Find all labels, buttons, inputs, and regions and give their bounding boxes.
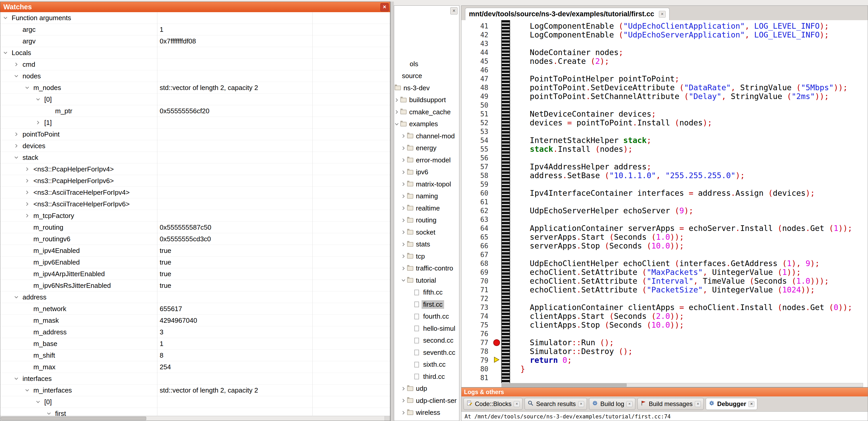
gutter-margin[interactable] xyxy=(492,259,501,268)
gutter-margin[interactable] xyxy=(492,74,501,83)
code-line[interactable]: 42 LogComponentEnable ("UdpEchoServerApp… xyxy=(461,31,868,39)
collapse-icon[interactable] xyxy=(14,73,23,78)
expand-icon[interactable] xyxy=(401,254,407,259)
code-line[interactable]: 70 echoClient.SetAttribute ("Interval", … xyxy=(461,277,868,286)
code-line[interactable]: 51 NetDeviceContainer devices; xyxy=(461,110,868,119)
watches-scrollbar-thumb[interactable] xyxy=(1,417,146,420)
tab-close-icon[interactable]: × xyxy=(578,401,584,407)
tree-item[interactable]: traffic-contro xyxy=(394,262,459,274)
tab-close-icon[interactable]: × xyxy=(748,401,754,407)
gutter-margin[interactable] xyxy=(492,66,501,74)
code-line[interactable]: 81 xyxy=(461,374,868,382)
gutter-margin[interactable] xyxy=(492,57,501,66)
tree-item[interactable]: third.cc xyxy=(394,370,459,383)
gutter-margin[interactable] xyxy=(492,224,501,233)
expand-icon[interactable] xyxy=(401,398,407,403)
tree-item[interactable]: socket xyxy=(394,226,459,238)
watch-row[interactable]: m_shift8 xyxy=(0,350,390,361)
expand-icon[interactable] xyxy=(401,386,407,391)
gutter-margin[interactable] xyxy=(492,215,501,224)
watch-row[interactable]: m_ptr0x55555556cf20 xyxy=(0,105,390,117)
expand-icon[interactable] xyxy=(25,166,33,172)
gutter-margin[interactable] xyxy=(492,233,501,241)
tree-item[interactable]: source xyxy=(394,70,459,82)
tree-item[interactable]: examples xyxy=(394,118,459,130)
tree-item[interactable]: second.cc xyxy=(394,335,459,347)
watch-row[interactable]: argc1 xyxy=(0,24,390,35)
gutter-margin[interactable] xyxy=(492,250,501,259)
gutter-margin[interactable] xyxy=(492,189,501,198)
watch-row[interactable]: m_interfacesstd::vector of length 2, cap… xyxy=(0,385,390,396)
logs-tab-debugger[interactable]: Debugger× xyxy=(706,398,757,410)
watch-row[interactable]: first xyxy=(0,408,390,416)
expand-icon[interactable] xyxy=(14,132,23,137)
gutter-margin[interactable] xyxy=(492,154,501,162)
logs-tab-build-messages[interactable]: Build messages× xyxy=(638,398,704,410)
gutter-margin[interactable] xyxy=(492,136,501,145)
gutter-margin[interactable] xyxy=(492,356,501,365)
gutter-margin[interactable] xyxy=(492,92,501,101)
watch-row[interactable]: [0] xyxy=(0,94,390,105)
watches-close-icon[interactable]: × xyxy=(380,3,389,11)
watch-row[interactable]: devices xyxy=(0,140,390,152)
code-line[interactable]: 74 clientApps.Start (Seconds (2.0)); xyxy=(461,312,868,321)
collapse-icon[interactable] xyxy=(394,122,400,127)
code-line[interactable]: 62 UdpEchoServerHelper echoServer (9); xyxy=(461,206,868,215)
code-line[interactable]: 52 devices = pointToPoint.Install (nodes… xyxy=(461,119,868,127)
code-line[interactable]: 64 ApplicationContainer serverApps = ech… xyxy=(461,224,868,233)
watch-row[interactable]: stack xyxy=(0,152,390,163)
gutter-margin[interactable] xyxy=(492,321,501,329)
expand-icon[interactable] xyxy=(401,266,407,271)
watch-row[interactable]: Locals xyxy=(0,47,390,59)
gutter-margin[interactable] xyxy=(492,180,501,189)
code-line[interactable]: 53 xyxy=(461,127,868,136)
gutter-margin[interactable] xyxy=(492,338,501,347)
gutter-margin[interactable] xyxy=(492,374,501,382)
gutter-margin[interactable] xyxy=(492,101,501,110)
code-line[interactable]: 71 echoClient.SetAttribute ("PacketSize"… xyxy=(461,286,868,294)
collapse-icon[interactable] xyxy=(25,388,33,393)
expand-icon[interactable] xyxy=(401,133,407,139)
code-line[interactable]: 75 clientApps.Stop (Seconds (10.0)); xyxy=(461,321,868,329)
expand-icon[interactable] xyxy=(401,145,407,151)
code-line[interactable]: 73 ApplicationContainer clientApps = ech… xyxy=(461,303,868,312)
code-line[interactable]: 46 xyxy=(461,66,868,74)
projects-close-icon[interactable]: × xyxy=(450,7,458,14)
expand-icon[interactable] xyxy=(25,190,33,195)
collapse-icon[interactable] xyxy=(35,399,44,404)
collapse-icon[interactable] xyxy=(3,15,12,21)
watches-horizontal-scrollbar[interactable] xyxy=(0,416,390,421)
editor-tab[interactable]: mnt/dev/tools/source/ns-3-dev/examples/t… xyxy=(465,8,670,21)
tree-item[interactable]: routing xyxy=(394,215,459,227)
gutter-margin[interactable] xyxy=(492,286,501,294)
expand-icon[interactable] xyxy=(401,158,407,163)
tree-item[interactable]: fifth.cc xyxy=(394,287,459,299)
code-line[interactable]: 56 xyxy=(461,154,868,162)
expand-icon[interactable] xyxy=(401,230,407,235)
code-line[interactable]: 79 return 0; xyxy=(461,356,868,365)
watch-row[interactable]: <ns3::PcapHelperForIpv4> xyxy=(0,163,390,175)
code-line[interactable]: 54 InternetStackHelper stack; xyxy=(461,136,868,145)
collapse-icon[interactable] xyxy=(46,411,55,416)
watch-row[interactable]: m_nodesstd::vector of length 2, capacity… xyxy=(0,82,390,94)
gutter-margin[interactable] xyxy=(492,294,501,303)
gutter-margin[interactable] xyxy=(492,31,501,39)
expand-icon[interactable] xyxy=(25,213,33,218)
watches-column-divider[interactable] xyxy=(312,12,313,416)
watch-row[interactable]: nodes xyxy=(0,70,390,82)
watch-row[interactable]: m_tcpFactory xyxy=(0,210,390,222)
code-line[interactable]: 57 Ipv4AddressHelper address; xyxy=(461,162,868,171)
watch-row[interactable]: cmd xyxy=(0,59,390,70)
code-line[interactable]: 47 PointToPointHelper pointToPoint; xyxy=(461,74,868,83)
code-line[interactable]: 78 Simulator::Destroy (); xyxy=(461,347,868,356)
watch-row[interactable]: m_ipv6NsRsJitterEnabledtrue xyxy=(0,280,390,291)
code-line[interactable]: 59 xyxy=(461,180,868,189)
collapse-icon[interactable] xyxy=(3,50,12,55)
code-line[interactable]: 55 stack.Install (nodes); xyxy=(461,145,868,154)
tree-item[interactable]: channel-mod xyxy=(394,130,459,142)
code-line[interactable]: 69 echoClient.SetAttribute ("MaxPackets"… xyxy=(461,268,868,277)
tree-item[interactable]: udp-client-ser xyxy=(394,395,459,407)
collapse-icon[interactable] xyxy=(14,155,23,160)
tree-item[interactable]: fourth.cc xyxy=(394,311,459,323)
gutter-margin[interactable] xyxy=(492,312,501,321)
